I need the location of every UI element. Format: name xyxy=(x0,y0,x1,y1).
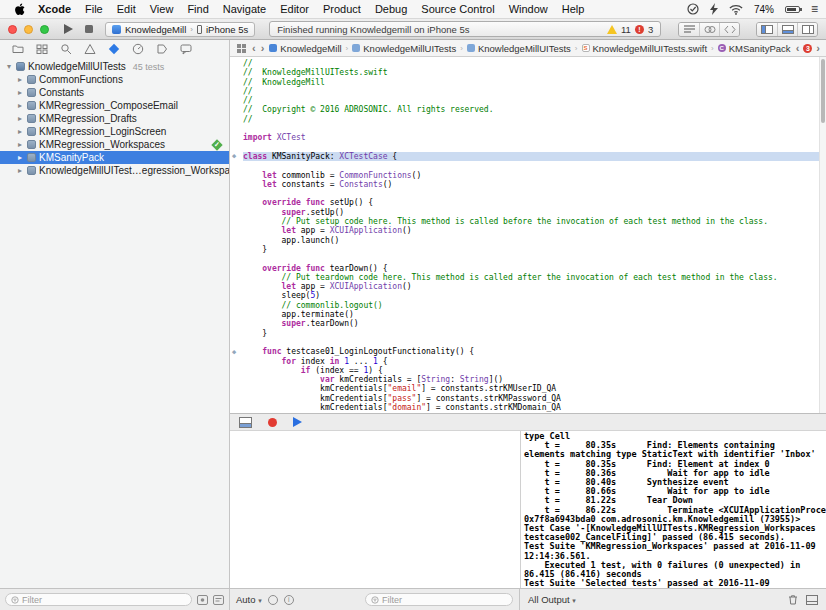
disclosure-triangle[interactable]: ▸ xyxy=(16,101,24,110)
gutter[interactable] xyxy=(230,59,243,68)
scrollbar-thumb[interactable] xyxy=(821,59,825,123)
gutter[interactable] xyxy=(230,384,243,393)
flat-hierarchical-toggle-icon[interactable] xyxy=(268,595,278,605)
gutter[interactable] xyxy=(230,115,243,124)
breadcrumb-item-1[interactable]: KnowledgeMillUITests xyxy=(352,43,456,54)
test-navigator-tab[interactable] xyxy=(108,43,120,55)
symbol-navigator-tab[interactable] xyxy=(36,43,48,55)
menu-item-view[interactable]: View xyxy=(143,3,181,15)
find-navigator-tab[interactable] xyxy=(60,43,72,55)
gutter[interactable] xyxy=(230,96,243,105)
wifi-icon[interactable] xyxy=(729,4,743,15)
sidebar-item-knowledgemilluitest-egression-workspaces[interactable]: ▸KnowledgeMillUITest…egression_Workspace… xyxy=(0,164,229,177)
gutter[interactable] xyxy=(230,254,243,263)
breadcrumb-item-2[interactable]: KnowledgeMillUITests xyxy=(467,43,571,54)
disclosure-triangle[interactable]: ▾ xyxy=(5,62,13,71)
warning-count[interactable]: 11 xyxy=(621,24,631,35)
breakpoint-navigator-tab[interactable] xyxy=(156,43,168,55)
quick-look-icon[interactable]: i xyxy=(284,595,294,605)
console-pane-icon[interactable] xyxy=(806,595,818,605)
gutter[interactable]: ◆ xyxy=(230,347,243,356)
project-navigator-tab[interactable] xyxy=(12,43,24,55)
editor-scrollbar[interactable] xyxy=(819,57,826,413)
menu-item-navigate[interactable]: Navigate xyxy=(216,3,273,15)
variables-view[interactable] xyxy=(230,431,520,588)
show-only-failed-tests-icon[interactable] xyxy=(197,595,208,605)
show-recent-tests-icon[interactable] xyxy=(213,595,224,605)
gutter[interactable] xyxy=(230,357,243,366)
zoom-window-button[interactable] xyxy=(40,25,49,34)
gutter[interactable] xyxy=(230,143,243,152)
gutter[interactable] xyxy=(230,338,243,347)
gutter[interactable] xyxy=(230,291,243,300)
notification-center-icon[interactable]: ≡ xyxy=(811,3,818,15)
stop-button[interactable] xyxy=(85,25,93,33)
gutter[interactable] xyxy=(230,208,243,217)
hide-debug-area-icon[interactable] xyxy=(239,417,252,428)
apple-menu[interactable] xyxy=(8,3,31,16)
gutter[interactable] xyxy=(230,412,243,413)
disclosure-triangle[interactable]: ▸ xyxy=(16,153,24,162)
gutter[interactable] xyxy=(230,217,243,226)
navigator-filter-field[interactable]: Filter xyxy=(5,593,192,606)
gutter[interactable] xyxy=(230,133,243,142)
toggle-utilities-button[interactable] xyxy=(797,23,817,36)
sidebar-item-knowledgemilluitests[interactable]: ▾KnowledgeMillUITests45 tests xyxy=(0,60,229,73)
gutter[interactable] xyxy=(230,78,243,87)
toggle-navigator-button[interactable] xyxy=(757,23,777,36)
menu-item-help[interactable]: Help xyxy=(555,3,592,15)
test-marker-icon[interactable]: ◆ xyxy=(232,348,236,357)
report-navigator-tab[interactable] xyxy=(180,43,192,55)
console-scope-popup[interactable]: All Output ▾ xyxy=(528,594,576,605)
gutter[interactable] xyxy=(230,264,243,273)
previous-issue-button[interactable]: ‹ xyxy=(796,43,800,54)
close-window-button[interactable] xyxy=(8,25,17,34)
sidebar-item-constants[interactable]: ▸Constants xyxy=(0,86,229,99)
gutter[interactable] xyxy=(230,375,243,384)
gutter[interactable] xyxy=(230,403,243,412)
breadcrumb-item-3[interactable]: SKnowledgeMillUITests.swift xyxy=(582,43,708,54)
gutter[interactable] xyxy=(230,198,243,207)
disclosure-triangle[interactable]: ▸ xyxy=(16,114,24,123)
disclosure-triangle[interactable]: ▸ xyxy=(16,127,24,136)
gutter[interactable] xyxy=(230,189,243,198)
source-editor[interactable]: //// KnowledgeMillUITests.swift// Knowle… xyxy=(230,57,826,413)
sidebar-item-kmregression-loginscreen[interactable]: ▸KMRegression_LoginScreen xyxy=(0,125,229,138)
gutter[interactable] xyxy=(230,319,243,328)
menu-item-debug[interactable]: Debug xyxy=(368,3,414,15)
issue-navigator-tab[interactable] xyxy=(84,43,96,55)
test-list[interactable]: ▾KnowledgeMillUITests45 tests▸CommonFunc… xyxy=(0,57,229,588)
related-items-icon[interactable] xyxy=(236,43,247,54)
gutter[interactable] xyxy=(230,366,243,375)
gutter[interactable] xyxy=(230,282,243,291)
gutter[interactable] xyxy=(230,273,243,282)
breadcrumb-item-4[interactable]: CKMSanityPack xyxy=(718,43,791,54)
variables-filter-field[interactable]: Filter xyxy=(365,593,513,606)
disclosure-triangle[interactable]: ▸ xyxy=(16,88,24,97)
standard-editor-button[interactable] xyxy=(679,23,699,36)
trash-icon[interactable] xyxy=(788,594,798,605)
battery-icon[interactable] xyxy=(785,6,800,13)
menu-item-editor[interactable]: Editor xyxy=(273,3,316,15)
debug-navigator-tab[interactable] xyxy=(132,43,144,55)
sidebar-item-kmregression-workspaces[interactable]: ▸KMRegression_Workspaces✓ xyxy=(0,138,229,151)
gutter[interactable] xyxy=(230,68,243,77)
menu-item-window[interactable]: Window xyxy=(502,3,555,15)
assistant-editor-button[interactable] xyxy=(699,23,719,36)
sidebar-item-kmsanitypack[interactable]: ▸KMSanityPack xyxy=(0,151,229,164)
disclosure-triangle[interactable]: ▸ xyxy=(16,166,24,175)
gutter[interactable] xyxy=(230,124,243,133)
test-marker-icon[interactable]: ◆ xyxy=(232,152,236,161)
gutter[interactable] xyxy=(230,87,243,96)
issue-error-badge[interactable]: 3 xyxy=(803,44,812,53)
gutter[interactable] xyxy=(230,394,243,403)
gutter[interactable] xyxy=(230,226,243,235)
menu-item-xcode[interactable]: Xcode xyxy=(31,3,78,15)
menu-item-product[interactable]: Product xyxy=(316,3,368,15)
disclosure-triangle[interactable]: ▸ xyxy=(16,140,24,149)
back-button[interactable]: ‹ xyxy=(252,43,256,54)
next-issue-button[interactable]: › xyxy=(816,43,820,54)
error-count[interactable]: 3 xyxy=(648,24,653,35)
gutter[interactable] xyxy=(230,245,243,254)
gutter[interactable] xyxy=(230,105,243,114)
